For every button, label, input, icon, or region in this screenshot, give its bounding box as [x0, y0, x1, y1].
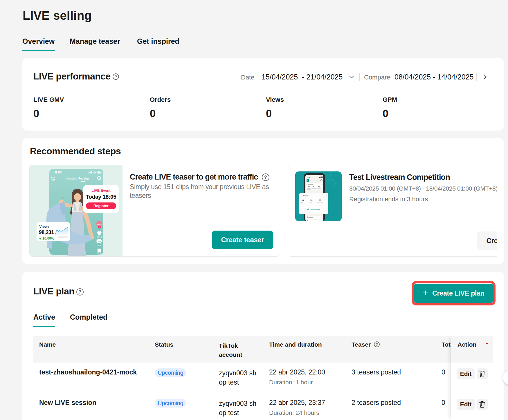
svg-text:99: 99 [302, 199, 304, 201]
svg-text:Iklan & media: Iklan & media [309, 221, 315, 222]
svg-text:Tambah produk: Tambah produk [310, 209, 320, 210]
svg-text:98,231: 98,231 [39, 229, 54, 235]
svg-text:Perlu ditinjau: Perlu ditinjau [317, 188, 322, 189]
svg-text:Register: Register [93, 204, 109, 208]
svg-text:For You: For You [78, 177, 89, 180]
svg-text:10.00%: 10.00% [42, 236, 54, 240]
svg-text:Today 18:05: Today 18:05 [86, 194, 116, 200]
svg-text:Following: Following [65, 177, 77, 180]
svg-text:99: 99 [308, 186, 310, 188]
svg-text:B: B [307, 180, 309, 182]
svg-text:Aktif: Aktif [301, 202, 303, 203]
svg-text:Sakura: Sakura [97, 224, 102, 225]
svg-text:99: 99 [310, 199, 313, 201]
svg-text:Keuangan: Keuangan [309, 217, 313, 218]
svg-text:pengiriman: pengiriman [307, 189, 311, 190]
svg-text:Penjualan: Penjualan [309, 184, 314, 185]
svg-text:8:00: 8:00 [55, 171, 62, 174]
svg-text:99: 99 [319, 199, 321, 201]
svg-text:Produk: Produk [303, 195, 308, 197]
svg-text:Stok SKU habis: Stok SKU habis [317, 202, 323, 203]
svg-text:Views: Views [39, 224, 50, 229]
svg-text:99: 99 [318, 186, 320, 188]
svg-text:17:28: 17:28 [307, 177, 310, 178]
svg-text:99: 99 [313, 186, 314, 188]
svg-text:1256: 1256 [97, 253, 102, 255]
svg-text:Gagal: Gagal [309, 202, 312, 203]
svg-text:LIVE Event: LIVE Event [91, 189, 111, 193]
svg-text:59.1K: 59.1K [97, 236, 102, 238]
svg-text:3456: 3456 [97, 245, 102, 247]
svg-text:Sedang dikirim: Sedang dikirim [311, 188, 316, 189]
svg-text:LIVE: LIVE [52, 178, 55, 180]
